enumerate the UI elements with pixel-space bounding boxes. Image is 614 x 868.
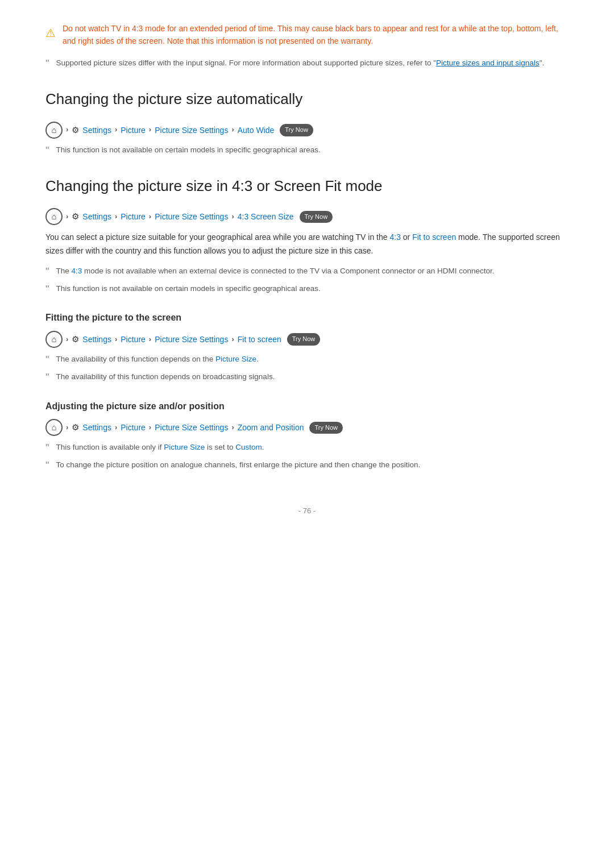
chevron-3c: ›: [149, 334, 151, 346]
home-symbol-2: ⌂: [51, 210, 56, 223]
nav-picture-2[interactable]: Picture: [121, 210, 146, 223]
chevron-3b: ›: [115, 334, 117, 346]
try-now-badge-1[interactable]: Try Now: [280, 124, 313, 136]
chevron-2d: ›: [231, 211, 234, 223]
nav-settings-1[interactable]: Settings: [82, 124, 111, 136]
chevron-1a: ›: [66, 124, 68, 136]
home-symbol-1: ⌂: [51, 123, 56, 137]
section1-note: " This function is not available on cert…: [45, 144, 569, 156]
nav-settings-3[interactable]: Settings: [82, 333, 111, 346]
picture-sizes-link[interactable]: Picture sizes and input signals: [436, 59, 540, 67]
section2-body: You can select a picture size suitable f…: [45, 231, 569, 257]
settings-icon-4: ⚙: [72, 421, 79, 434]
section2-title: Changing the picture size in 4:3 or Scre…: [45, 175, 569, 198]
nav-picture-3[interactable]: Picture: [121, 333, 146, 346]
nav-picture-4[interactable]: Picture: [121, 421, 146, 434]
note-text-s2-2: This function is not available on certai…: [56, 283, 320, 295]
chevron-4a: ›: [66, 422, 68, 434]
nav-43-screen-size[interactable]: 4:3 Screen Size: [238, 210, 294, 223]
nav-picture-size-settings-2[interactable]: Picture Size Settings: [155, 210, 228, 223]
nav-picture-size-settings-4[interactable]: Picture Size Settings: [155, 421, 228, 434]
note-quote-s1: ": [45, 146, 49, 156]
nav-picture-1[interactable]: Picture: [121, 124, 146, 136]
subsection2-nav: ⌂ › ⚙ Settings › Picture › Picture Size …: [45, 419, 569, 436]
highlight-custom: Custom: [235, 443, 262, 451]
section2-note2: " This function is not available on cert…: [45, 283, 569, 295]
home-icon-1: ⌂: [45, 122, 63, 139]
note-quote-1: ": [45, 59, 49, 69]
try-now-badge-2[interactable]: Try Now: [300, 211, 333, 223]
page-number: - 76 -: [298, 506, 316, 515]
chevron-1d: ›: [231, 124, 234, 136]
subsection2-note1: " This function is available only if Pic…: [45, 442, 569, 454]
note-text-ss1-1: The availability of this function depend…: [56, 354, 258, 366]
highlight-picture-size-2: Picture Size: [164, 443, 205, 451]
section2-note1: " The 4:3 mode is not available when an …: [45, 265, 569, 277]
nav-picture-size-settings-1[interactable]: Picture Size Settings: [155, 124, 228, 136]
nav-picture-size-settings-3[interactable]: Picture Size Settings: [155, 333, 228, 346]
warning-box: ⚠ Do not watch TV in 4:3 mode for an ext…: [45, 23, 569, 47]
note-quote-ss1-1: ": [45, 355, 49, 365]
try-now-badge-3[interactable]: Try Now: [287, 333, 321, 346]
chevron-4d: ›: [231, 422, 234, 434]
chevron-1c: ›: [149, 124, 151, 136]
note-picture-sizes: " Supported picture sizes differ with th…: [45, 57, 569, 69]
note-text-ss2-1: This function is available only if Pictu…: [56, 442, 264, 454]
note-quote-s2-1: ": [45, 267, 49, 277]
subsection1-note1: " The availability of this function depe…: [45, 354, 569, 366]
chevron-3a: ›: [66, 334, 68, 346]
settings-icon-3: ⚙: [72, 333, 79, 346]
warning-text: Do not watch TV in 4:3 mode for an exten…: [63, 23, 569, 47]
home-icon-4: ⌂: [45, 419, 63, 436]
page-footer: - 76 -: [45, 505, 569, 517]
chevron-4b: ›: [115, 422, 117, 434]
note-text-s2-1: The 4:3 mode is not available when an ex…: [56, 265, 494, 277]
section1-title: Changing the picture size automatically: [45, 88, 569, 111]
subsection1-nav: ⌂ › ⚙ Settings › Picture › Picture Size …: [45, 331, 569, 348]
home-icon-3: ⌂: [45, 331, 63, 348]
try-now-badge-4[interactable]: Try Now: [309, 422, 343, 434]
chevron-2c: ›: [149, 211, 151, 223]
warning-icon: ⚠: [45, 24, 56, 42]
highlight-43-note: 4:3: [71, 267, 82, 275]
nav-fit-to-screen[interactable]: Fit to screen: [238, 333, 281, 346]
subsection1-note2: " The availability of this function depe…: [45, 371, 569, 383]
nav-auto-wide[interactable]: Auto Wide: [238, 124, 275, 136]
home-symbol-4: ⌂: [51, 421, 56, 434]
note-quote-ss2-1: ": [45, 443, 49, 453]
note-quote-ss1-2: ": [45, 372, 49, 383]
section2-nav: ⌂ › ⚙ Settings › Picture › Picture Size …: [45, 208, 569, 225]
settings-icon-2: ⚙: [72, 210, 79, 223]
subsection2-title: Adjusting the picture size and/or positi…: [45, 399, 569, 414]
subsection1-title: Fitting the picture to the screen: [45, 310, 569, 325]
subsection2-note2: " To change the picture position on anal…: [45, 459, 569, 471]
chevron-2a: ›: [66, 211, 68, 223]
highlight-43: 4:3: [389, 232, 400, 242]
note-text-1: Supported picture sizes differ with the …: [56, 57, 544, 69]
home-icon-2: ⌂: [45, 208, 63, 225]
section1-nav: ⌂ › ⚙ Settings › Picture › Picture Size …: [45, 122, 569, 139]
settings-icon-1: ⚙: [72, 123, 79, 137]
chevron-2b: ›: [115, 211, 117, 223]
chevron-1b: ›: [115, 124, 117, 136]
note-text-ss2-2: To change the picture position on analog…: [56, 459, 420, 471]
highlight-picture-size-1: Picture Size: [215, 355, 256, 363]
page-content: ⚠ Do not watch TV in 4:3 mode for an ext…: [0, 0, 614, 868]
note-quote-s2-2: ": [45, 284, 49, 294]
note-text-ss1-2: The availability of this function depend…: [56, 371, 275, 383]
nav-zoom-and-position[interactable]: Zoom and Position: [238, 421, 304, 434]
highlight-fit-to-screen: Fit to screen: [412, 232, 456, 242]
chevron-3d: ›: [231, 334, 234, 346]
note-quote-ss2-2: ": [45, 460, 49, 471]
home-symbol-3: ⌂: [51, 333, 56, 346]
nav-settings-4[interactable]: Settings: [82, 421, 111, 434]
nav-settings-2[interactable]: Settings: [82, 210, 111, 223]
chevron-4c: ›: [149, 422, 151, 434]
note-text-s1: This function is not available on certai…: [56, 144, 320, 156]
